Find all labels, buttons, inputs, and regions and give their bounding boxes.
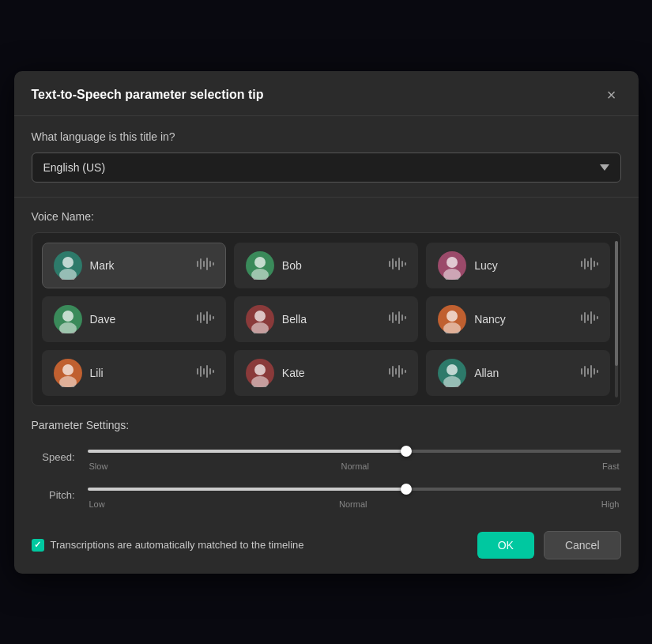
speed-label: Speed: bbox=[32, 451, 75, 463]
svg-rect-31 bbox=[200, 312, 202, 323]
svg-rect-35 bbox=[213, 316, 214, 319]
svg-rect-22 bbox=[584, 258, 586, 269]
speed-track bbox=[88, 444, 621, 458]
checkbox-wrap: Transcriptions are automatically matched… bbox=[32, 539, 468, 552]
svg-rect-14 bbox=[395, 261, 397, 267]
svg-rect-15 bbox=[398, 258, 400, 270]
svg-rect-52 bbox=[594, 314, 595, 321]
svg-rect-5 bbox=[203, 261, 205, 267]
voice-card-dave[interactable]: Dave bbox=[42, 296, 226, 342]
svg-rect-43 bbox=[401, 314, 403, 321]
voice-card-nancy[interactable]: Nancy bbox=[426, 296, 610, 342]
svg-rect-57 bbox=[197, 368, 198, 375]
voice-avatar-bob bbox=[246, 251, 274, 280]
svg-rect-33 bbox=[206, 311, 208, 324]
sound-wave-icon-lucy bbox=[581, 258, 598, 273]
svg-rect-4 bbox=[200, 258, 202, 269]
param-section: Parameter Settings: Speed: Slow Normal F… bbox=[14, 406, 639, 509]
svg-rect-44 bbox=[405, 316, 406, 319]
param-settings-label: Parameter Settings: bbox=[32, 419, 621, 431]
voice-name-allan: Allan bbox=[474, 367, 573, 379]
svg-rect-30 bbox=[197, 314, 198, 321]
speed-labels: Slow Normal Fast bbox=[88, 461, 621, 471]
pitch-row: Pitch: Low Normal High bbox=[32, 482, 621, 509]
checkbox-label: Transcriptions are automatically matched… bbox=[51, 539, 304, 551]
voice-avatar-dave bbox=[54, 305, 82, 333]
ok-button[interactable]: OK bbox=[477, 532, 534, 559]
sound-wave-icon-bob bbox=[389, 258, 406, 273]
voice-name-mark: Mark bbox=[90, 259, 189, 272]
svg-rect-21 bbox=[581, 261, 582, 267]
dialog-title: Text-to-Speech parameter selection tip bbox=[32, 88, 264, 102]
voice-card-lili[interactable]: Lili bbox=[42, 350, 226, 396]
pitch-labels: Low Normal High bbox=[88, 499, 621, 509]
voice-grid-wrapper: Mark Bob Lucy bbox=[32, 232, 621, 406]
svg-rect-39 bbox=[389, 314, 390, 321]
svg-rect-67 bbox=[392, 366, 394, 377]
voice-card-kate[interactable]: Kate bbox=[234, 350, 418, 396]
language-section: What language is this title in? English … bbox=[32, 130, 621, 183]
svg-rect-13 bbox=[392, 258, 394, 269]
language-select[interactable]: English (US)English (UK)SpanishFrenchGer… bbox=[32, 153, 621, 183]
svg-rect-26 bbox=[597, 262, 598, 266]
pitch-min-label: Low bbox=[89, 499, 105, 509]
pitch-mid-label: Normal bbox=[339, 499, 367, 509]
svg-rect-75 bbox=[581, 368, 582, 375]
speed-slider-wrap: Slow Normal Fast bbox=[88, 444, 621, 471]
voice-avatar-nancy bbox=[438, 305, 466, 333]
svg-point-10 bbox=[254, 257, 266, 268]
svg-rect-34 bbox=[209, 314, 211, 321]
svg-rect-23 bbox=[587, 261, 589, 267]
speed-max-label: Fast bbox=[602, 461, 619, 471]
svg-rect-79 bbox=[594, 368, 595, 375]
voice-avatar-mark bbox=[54, 251, 82, 280]
pitch-track bbox=[88, 482, 621, 496]
svg-rect-59 bbox=[203, 368, 205, 375]
sound-wave-icon-dave bbox=[197, 311, 214, 327]
voice-card-mark[interactable]: Mark bbox=[42, 243, 226, 288]
svg-rect-12 bbox=[389, 261, 390, 267]
pitch-label: Pitch: bbox=[32, 489, 75, 501]
voice-card-bob[interactable]: Bob bbox=[234, 243, 418, 288]
svg-rect-50 bbox=[587, 314, 589, 321]
svg-rect-60 bbox=[206, 365, 208, 378]
divider bbox=[14, 197, 639, 198]
svg-point-55 bbox=[62, 364, 73, 375]
voice-card-allan[interactable]: Allan bbox=[426, 350, 610, 396]
cancel-button[interactable]: Cancel bbox=[544, 531, 621, 559]
svg-rect-66 bbox=[389, 368, 390, 375]
svg-rect-25 bbox=[594, 261, 595, 267]
svg-point-28 bbox=[62, 311, 73, 322]
auto-match-checkbox[interactable] bbox=[32, 539, 44, 552]
svg-point-1 bbox=[62, 257, 73, 268]
svg-rect-62 bbox=[213, 370, 214, 373]
language-question: What language is this title in? bbox=[32, 130, 621, 143]
sound-wave-icon-bella bbox=[389, 311, 406, 327]
sound-wave-icon-kate bbox=[389, 365, 406, 381]
speed-slider[interactable] bbox=[88, 450, 621, 453]
pitch-slider[interactable] bbox=[88, 488, 621, 491]
dialog-footer: Transcriptions are automatically matched… bbox=[14, 520, 639, 574]
svg-point-64 bbox=[254, 364, 266, 375]
svg-rect-76 bbox=[584, 366, 586, 377]
svg-rect-51 bbox=[590, 311, 592, 324]
svg-rect-77 bbox=[587, 368, 589, 375]
pitch-max-label: High bbox=[601, 499, 620, 509]
voice-card-lucy[interactable]: Lucy bbox=[426, 243, 610, 288]
voice-name-bob: Bob bbox=[282, 259, 381, 272]
svg-point-46 bbox=[447, 311, 458, 322]
voice-card-bella[interactable]: Bella bbox=[234, 296, 418, 342]
svg-rect-3 bbox=[197, 261, 198, 267]
voice-section-label: Voice Name: bbox=[32, 210, 621, 223]
svg-rect-7 bbox=[209, 261, 211, 267]
svg-rect-78 bbox=[590, 365, 592, 378]
svg-rect-24 bbox=[590, 258, 592, 270]
speed-row: Speed: Slow Normal Fast bbox=[32, 444, 621, 471]
close-button[interactable]: × bbox=[602, 85, 621, 104]
svg-point-37 bbox=[254, 311, 266, 322]
voice-name-nancy: Nancy bbox=[474, 313, 573, 326]
dialog: Text-to-Speech parameter selection tip ×… bbox=[14, 71, 639, 574]
svg-point-19 bbox=[447, 257, 458, 268]
scrollbar[interactable] bbox=[615, 241, 618, 397]
svg-rect-32 bbox=[203, 314, 205, 321]
